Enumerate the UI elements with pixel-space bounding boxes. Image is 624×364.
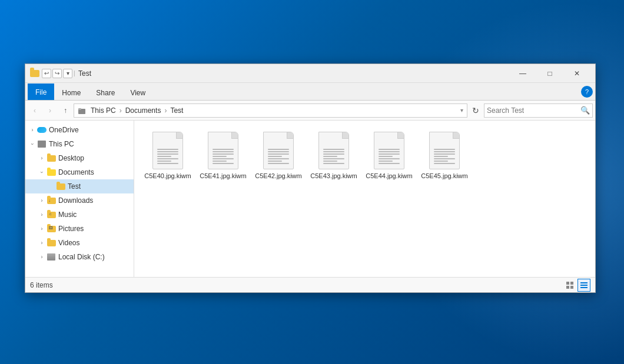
list-view-button[interactable]	[577, 279, 590, 292]
path-dropdown[interactable]: ▾	[460, 107, 463, 113]
sidebar-item-localc[interactable]: › Local Disk (C:)	[25, 250, 134, 264]
back-button[interactable]: ‹	[28, 103, 42, 118]
qat-redo-button[interactable]: ↪	[52, 69, 62, 78]
status-bar: 6 items	[25, 277, 595, 292]
svg-rect-3	[570, 282, 573, 285]
sidebar-label-desktop: Desktop	[58, 154, 84, 162]
sidebar-item-downloads[interactable]: › ↓ Downloads	[25, 193, 134, 208]
path-segment-documents[interactable]: Documents	[124, 106, 162, 115]
doc-line	[323, 161, 337, 162]
file-item[interactable]: C5E45.jpg.kiwm	[418, 128, 471, 184]
sidebar-item-videos[interactable]: › Videos	[25, 236, 134, 250]
svg-rect-5	[570, 286, 573, 289]
doc-lines	[323, 148, 344, 165]
doc-line	[323, 158, 344, 159]
expand-arrow-onedrive[interactable]: ›	[28, 125, 37, 135]
music-folder-icon: ♫	[47, 210, 56, 219]
doc-line	[268, 153, 289, 155]
tab-home[interactable]: Home	[54, 85, 88, 100]
file-name: C5E44.jpg.kiwm	[366, 172, 412, 180]
path-sep-2: ›	[164, 106, 167, 115]
svg-rect-4	[566, 286, 569, 289]
file-icon	[374, 132, 404, 169]
up-button[interactable]: ↑	[58, 103, 72, 118]
tab-file[interactable]: File	[28, 84, 54, 100]
sidebar-item-pictures[interactable]: › 🖼 Pictures	[25, 222, 134, 236]
doc-line	[323, 153, 344, 155]
doc-line	[157, 149, 178, 150]
doc-line	[379, 153, 400, 155]
expand-arrow-music[interactable]: ›	[37, 210, 47, 219]
doc-line	[379, 161, 393, 162]
help-button[interactable]: ?	[581, 86, 593, 98]
svg-rect-1	[78, 108, 81, 110]
expand-arrow-downloads[interactable]: ›	[37, 196, 47, 205]
qat-dropdown-button[interactable]: ▾	[63, 69, 72, 78]
file-icon	[208, 132, 238, 169]
doc-line	[213, 153, 234, 155]
sidebar-label-pictures: Pictures	[58, 225, 84, 233]
close-button[interactable]: ✕	[563, 64, 590, 83]
expand-arrow-documents[interactable]: ›	[37, 168, 47, 177]
title-bar: ↩ ↪ ▾ | Test — □ ✕	[25, 64, 595, 83]
qat-undo-button[interactable]: ↩	[42, 69, 51, 78]
maximize-button[interactable]: □	[536, 64, 563, 83]
tab-view[interactable]: View	[122, 85, 153, 100]
expand-arrow-pictures[interactable]: ›	[37, 224, 47, 233]
doc-line	[434, 163, 455, 164]
doc-line	[213, 163, 234, 164]
doc-lines	[268, 148, 289, 165]
sidebar-label-downloads: Downloads	[58, 196, 93, 205]
search-icon[interactable]: 🔍	[580, 106, 590, 115]
path-folder-icon	[78, 106, 86, 115]
expand-arrow-localc[interactable]: ›	[37, 252, 47, 262]
expand-arrow-videos[interactable]: ›	[37, 238, 47, 248]
file-item[interactable]: C5E44.jpg.kiwm	[363, 128, 416, 184]
forward-button[interactable]: ›	[43, 103, 57, 118]
grid-view-button[interactable]	[563, 279, 576, 292]
svg-rect-7	[580, 285, 588, 286]
file-item[interactable]: C5E41.jpg.kiwm	[197, 128, 250, 184]
sidebar-item-desktop[interactable]: › Desktop	[25, 151, 134, 165]
file-item[interactable]: C5E42.jpg.kiwm	[252, 128, 305, 184]
file-explorer-window: ↩ ↪ ▾ | Test — □ ✕ File Home Share View …	[25, 64, 596, 293]
onedrive-icon	[37, 125, 47, 135]
doc-line	[323, 163, 344, 164]
path-segment-thispc[interactable]: This PC	[89, 106, 117, 115]
sidebar-label-localc: Local Disk (C:)	[58, 253, 105, 261]
tab-share[interactable]: Share	[88, 85, 122, 100]
sidebar: › OneDrive › This PC › Deskto	[25, 121, 134, 277]
sidebar-item-thispc[interactable]: › This PC	[25, 137, 134, 151]
expand-arrow-desktop[interactable]: ›	[37, 153, 47, 163]
file-item[interactable]: C5E43.jpg.kiwm	[307, 128, 360, 184]
file-item[interactable]: C5E40.jpg.kiwm	[141, 128, 194, 184]
file-icon	[318, 132, 349, 169]
refresh-button[interactable]: ↻	[469, 103, 483, 118]
file-icon	[263, 132, 294, 169]
files-grid: C5E40.jpg.kiwm C5E41.jpg.kiwm	[141, 128, 588, 184]
doc-line	[323, 156, 337, 157]
doc-line	[434, 158, 455, 159]
path-segment-test[interactable]: Test	[169, 106, 184, 115]
main-area: › OneDrive › This PC › Deskto	[25, 121, 595, 277]
search-box[interactable]: 🔍	[484, 103, 593, 118]
test-folder-icon	[56, 182, 65, 191]
sidebar-item-onedrive[interactable]: › OneDrive	[25, 123, 134, 137]
sidebar-item-music[interactable]: › ♫ Music	[25, 208, 134, 222]
doc-lines	[213, 148, 234, 165]
doc-line	[434, 156, 448, 157]
doc-line	[379, 158, 400, 159]
qat-separator: |	[74, 70, 76, 76]
address-path[interactable]: This PC › Documents › Test ▾	[74, 103, 467, 118]
sidebar-item-test[interactable]: Test	[25, 179, 134, 193]
file-name: C5E40.jpg.kiwm	[144, 172, 191, 180]
search-input[interactable]	[487, 106, 580, 115]
doc-line	[157, 161, 171, 162]
doc-line	[434, 151, 455, 152]
sidebar-item-documents[interactable]: › Documents	[25, 165, 134, 179]
doc-line	[268, 151, 289, 152]
expand-arrow-thispc[interactable]: ›	[28, 139, 37, 149]
doc-line	[213, 161, 227, 162]
svg-rect-8	[580, 287, 588, 288]
minimize-button[interactable]: —	[509, 64, 536, 83]
